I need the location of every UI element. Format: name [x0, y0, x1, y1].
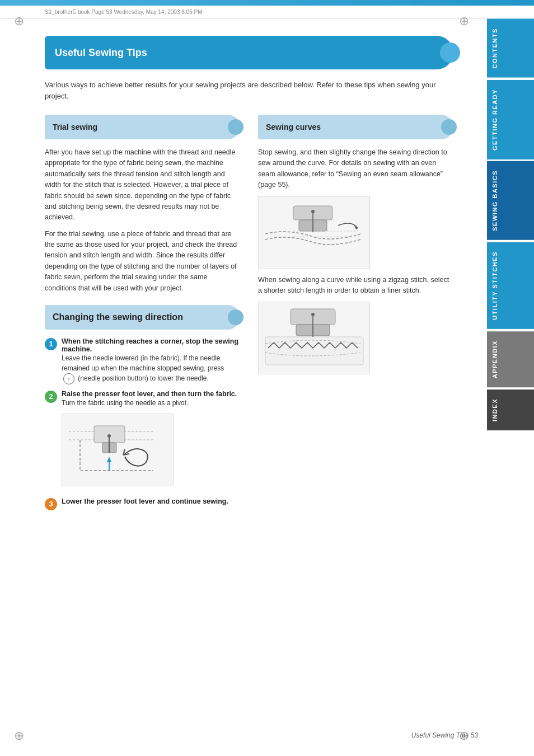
- svg-rect-19: [265, 337, 363, 365]
- right-column: Sewing curves Stop sewing, and then slig…: [258, 115, 453, 516]
- needle-position-icon: [63, 373, 74, 384]
- sewing-curves-body2: When sewing along a curve while using a …: [258, 275, 453, 297]
- page-header: S2_brotherE.book Page 53 Wednesday, May …: [0, 6, 534, 19]
- step-1-number: 1: [45, 338, 57, 350]
- svg-point-21: [311, 313, 315, 316]
- step-1-text: Leave the needle lowered (in the fabric)…: [62, 353, 240, 384]
- right-sidebar: CONTENTS GETTING READY SEWING BASICS UTI…: [487, 19, 534, 735]
- sidebar-tab-index[interactable]: INDEX: [487, 389, 534, 430]
- step-2-bold: Raise the presser foot lever, and then t…: [62, 390, 240, 398]
- trial-sewing-header: Trial sewing: [45, 115, 240, 139]
- sidebar-tab-getting-ready[interactable]: GETTING READY: [487, 80, 534, 159]
- main-section-title: Useful Sewing Tips: [55, 47, 147, 59]
- main-wrapper: Useful Sewing Tips Various ways to achie…: [0, 19, 534, 735]
- svg-line-7: [123, 454, 129, 455]
- turning-fabric-illustration: [62, 414, 174, 486]
- trial-sewing-title: Trial sewing: [53, 123, 97, 132]
- trial-sewing-body1: After you have set up the machine with t…: [45, 147, 240, 223]
- step-3-number: 3: [45, 498, 57, 510]
- step-1-content: When the stitching reaches a corner, sto…: [62, 337, 240, 384]
- svg-point-5: [107, 434, 111, 438]
- curve-sewing-svg-1: [260, 198, 369, 267]
- top-blue-bar: [0, 0, 534, 6]
- svg-line-6: [123, 449, 125, 455]
- two-column-layout: Trial sewing After you have set up the m…: [45, 115, 453, 516]
- crosshair-top-right: [459, 14, 472, 27]
- step-1-bold: When the stitching reaches a corner, sto…: [62, 337, 240, 353]
- svg-point-15: [311, 210, 315, 213]
- intro-text: Various ways to achieve better results f…: [45, 79, 453, 101]
- changing-direction-title: Changing the sewing direction: [53, 312, 183, 322]
- trial-sewing-body2: For the trial sewing, use a piece of fab…: [45, 229, 240, 294]
- step-2: 2 Raise the presser foot lever, and then…: [45, 390, 240, 492]
- step-3: 3 Lower the presser foot lever and conti…: [45, 497, 240, 510]
- step-3-content: Lower the presser foot lever and continu…: [62, 497, 240, 505]
- content-area: Useful Sewing Tips Various ways to achie…: [0, 19, 487, 735]
- crosshair-top-left: [14, 14, 27, 27]
- step-2-number: 2: [45, 391, 57, 403]
- step-2-content: Raise the presser foot lever, and then t…: [62, 390, 240, 492]
- sewing-curves-body1: Stop sewing, and then slightly change th…: [258, 147, 453, 191]
- sidebar-tab-utility-stitches[interactable]: UTILITY STITCHES: [487, 242, 534, 329]
- footer-text: Useful Sewing Tips 53: [411, 731, 478, 739]
- curve-sewing-svg-2: [260, 303, 369, 373]
- changing-direction-header: Changing the sewing direction: [45, 305, 240, 330]
- file-info: S2_brotherE.book Page 53 Wednesday, May …: [45, 9, 202, 15]
- sidebar-tab-contents[interactable]: CONTENTS: [487, 19, 534, 78]
- step-3-bold: Lower the presser foot lever and continu…: [62, 497, 240, 505]
- main-section-header: Useful Sewing Tips: [45, 36, 453, 69]
- curve-sewing-illustration-1: [258, 196, 370, 269]
- step-2-text: Turn the fabric using the needle as a pi…: [62, 398, 240, 408]
- curve-sewing-illustration-2: [258, 302, 370, 374]
- left-column: Trial sewing After you have set up the m…: [45, 115, 240, 516]
- sidebar-tab-sewing-basics[interactable]: SEWING BASICS: [487, 161, 534, 240]
- sidebar-tab-appendix[interactable]: APPENDIX: [487, 331, 534, 387]
- step-1: 1 When the stitching reaches a corner, s…: [45, 337, 240, 384]
- crosshair-bottom-left: [14, 729, 27, 742]
- turning-fabric-svg: [63, 415, 172, 485]
- page-footer: Useful Sewing Tips 53: [411, 731, 478, 739]
- svg-marker-9: [107, 457, 111, 462]
- sewing-curves-title: Sewing curves: [266, 123, 321, 132]
- sewing-curves-header: Sewing curves: [258, 115, 453, 139]
